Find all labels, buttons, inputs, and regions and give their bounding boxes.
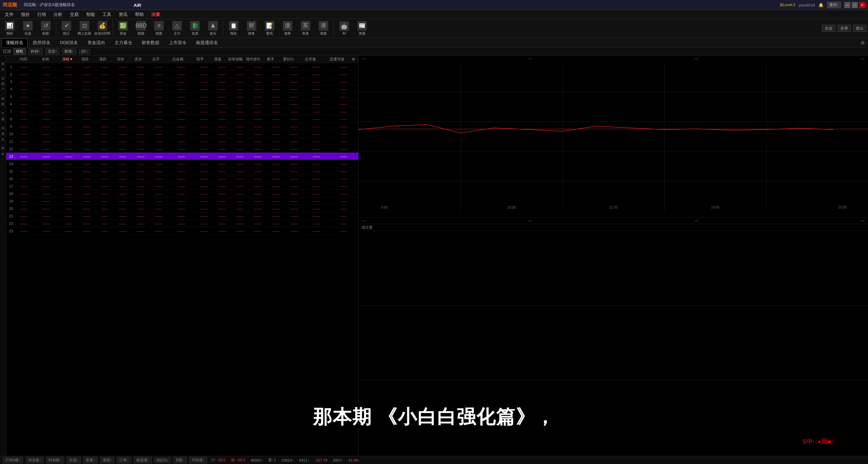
tb-trade[interactable]: ⊡ 网上交易 <box>76 20 93 37</box>
stock-row[interactable]: 23 —— —— —— —— —— —— —— —— —— —— —— —— —… <box>6 227 358 235</box>
col-speed[interactable]: 涨速 <box>209 57 226 62</box>
sidebar-icon-4[interactable]: 图 <box>0 77 6 83</box>
tab-dde-rank[interactable]: DDE排名 <box>56 38 82 47</box>
menu-quote[interactable]: 报价 <box>18 11 33 18</box>
stock-row[interactable]: 1 —— —— —— —— —— —— —— —— —— —— —— —— ——… <box>6 63 358 71</box>
col-buy[interactable]: 买价 <box>112 57 129 62</box>
sidebar-icon-7[interactable]: 图 <box>0 98 6 103</box>
col-diff[interactable]: 涨跌 <box>94 57 112 62</box>
multiscreen-button[interactable]: 多屏 <box>837 25 851 32</box>
stock-row[interactable]: 15 —— —— —— —— —— —— —— —— —— —— —— —— —… <box>6 168 358 175</box>
tb-bbd[interactable]: BBD 陆股 <box>133 20 150 37</box>
col-name[interactable]: 名称 <box>32 57 59 62</box>
tab-settings-icon[interactable]: ⚙ <box>859 39 867 47</box>
tb-capital[interactable]: 💹 资金 <box>115 20 132 37</box>
tab-rise-rank[interactable]: 涨幅排名 <box>1 38 28 47</box>
sidebar-icon-14[interactable]: 价 <box>0 147 6 153</box>
tab-capital-flow[interactable]: 资金流向 <box>83 38 110 47</box>
tb-report[interactable]: 📋 报告 <box>225 20 242 37</box>
menu-file[interactable]: 文件 <box>1 11 17 18</box>
menu-trade[interactable]: 交易 <box>66 11 82 18</box>
bottom-tab-xj[interactable]: 新基↑ <box>83 457 98 463</box>
stock-row[interactable]: 14 —— —— —— —— —— —— —— —— —— —— —— —— —… <box>6 160 358 168</box>
stock-row[interactable]: 11 —— —— —— —— —— —— —— —— —— —— —— —— —… <box>6 138 358 145</box>
sidebar-icon-12[interactable]: 次 <box>0 133 6 138</box>
filter-bj[interactable]: 北交↑ <box>45 48 60 55</box>
col-settings-icon[interactable]: ⊞ <box>350 57 357 61</box>
maximize-button[interactable]: □ <box>852 2 858 8</box>
filter-st[interactable]: ST↑ <box>79 49 91 54</box>
minimize-button[interactable]: ─ <box>844 2 850 8</box>
bottom-tab-cy[interactable]: 创业板↑ <box>26 457 44 463</box>
tb-entrust[interactable]: 📝 委托 <box>261 20 278 37</box>
tab-listing[interactable]: 上市室令 <box>164 38 191 47</box>
col-sell[interactable]: 卖价 <box>130 57 147 62</box>
sidebar-icon-13[interactable]: 换 <box>0 141 6 147</box>
sidebar-icon-8[interactable]: 个 <box>0 107 6 112</box>
tb-watchlist[interactable]: ★ 自选 <box>19 20 36 37</box>
close-button[interactable]: ✕ <box>859 2 865 8</box>
tb-lugu[interactable]: ≡ 陆股 <box>151 20 167 37</box>
col-change[interactable]: 涨幅▼ <box>59 57 76 62</box>
autoselect-button[interactable]: 自选 <box>822 25 835 32</box>
menu-analysis[interactable]: 分析 <box>50 11 66 18</box>
tb-longhead[interactable]: ♟ 龙头 <box>204 20 221 37</box>
stock-row[interactable]: 10 —— —— —— —— —— —— —— —— —— —— —— —— —… <box>6 130 358 138</box>
filter-newreport[interactable]: 新报↑ <box>62 48 76 55</box>
sidebar-icon-9[interactable]: 股 <box>0 112 6 118</box>
bottom-tab-order[interactable]: 订单↑ <box>117 457 131 463</box>
stock-row[interactable]: 2 —— —— —— —— —— —— —— —— —— —— —— —— ——… <box>6 71 358 78</box>
notify-icon[interactable]: 🔔 <box>818 3 824 7</box>
col-turnover[interactable]: 换手 <box>262 57 279 62</box>
tb-ai[interactable]: 🤖 AI <box>336 20 353 37</box>
stock-row[interactable]: 22 —— —— —— —— —— —— —— —— —— —— —— —— —… <box>6 220 358 227</box>
tab-main-heavy[interactable]: 主力暴仓 <box>110 38 137 47</box>
menu-decision[interactable]: 决策 <box>148 11 163 18</box>
tb-us[interactable]: 英 英美 <box>297 20 314 37</box>
sidebar-icon-5[interactable]: K <box>0 86 6 92</box>
stock-row[interactable]: 3 —— —— —— —— —— —— —— —— —— —— —— —— ——… <box>6 78 358 85</box>
filter-kchuang[interactable]: 科创↑ <box>28 48 43 55</box>
menu-info[interactable]: 资讯 <box>115 11 131 18</box>
highlighted-stock-row[interactable]: 13 —— —— —— —— —— —— —— —— —— —— —— —— —… <box>6 153 358 160</box>
bottom-tab-kzz[interactable]: 可转债↑ <box>189 457 207 463</box>
menu-tools[interactable]: 工具 <box>99 11 115 18</box>
col-vol[interactable]: 总手 <box>147 57 165 62</box>
col-ratio[interactable]: 委比% <box>280 57 297 62</box>
stock-row[interactable]: 4 —— —— —— —— —— —— —— —— —— —— —— —— ——… <box>6 85 358 93</box>
tab-fall-rank[interactable]: 跌停排名 <box>28 38 55 47</box>
bottom-tab-hk[interactable]: 港股↑ <box>100 457 115 463</box>
tb-fund[interactable]: 💰 自动/10/95 <box>94 20 111 37</box>
menu-ai[interactable]: 智能 <box>83 11 98 18</box>
tb-bond[interactable]: 债 债券 <box>279 20 296 37</box>
bottom-tab-kc[interactable]: 科创板↑ <box>46 457 64 463</box>
stock-row[interactable]: 16 —— —— —— —— —— —— —— —— —— —— —— —— —… <box>6 175 358 182</box>
stock-row[interactable]: 19 —— —— —— —— —— —— —— —— —— —— —— —— —… <box>6 197 358 205</box>
sidebar-icon-11[interactable]: 选 <box>0 127 6 132</box>
col-diffpct[interactable]: 现均差% <box>244 57 262 62</box>
bottom-tab-b[interactable]: B股↑ <box>174 457 186 463</box>
sidebar-icon-10[interactable]: 自 <box>0 121 6 127</box>
col-float[interactable]: 流通市值 <box>324 57 350 62</box>
col-code[interactable]: 代码 <box>15 57 32 62</box>
tb-main[interactable]: △ 主力 <box>169 20 185 37</box>
tb-refresh[interactable]: ↺ 刷新 <box>37 20 54 37</box>
tb-news[interactable]: 📰 美股 <box>354 20 371 37</box>
sidebar-icon-1[interactable]: 报 <box>0 57 6 62</box>
tb-dragon[interactable]: 🐉 龙虎 <box>186 20 203 37</box>
stock-row[interactable]: 9 —— —— —— —— —— —— —— —— —— —— —— —— ——… <box>6 123 358 130</box>
col-price[interactable]: 现价 <box>76 57 94 62</box>
tb-finance[interactable]: 财 财务 <box>243 20 260 37</box>
default-button[interactable]: 默认 <box>853 25 867 32</box>
menu-market[interactable]: 行情 <box>34 11 50 18</box>
stock-row[interactable]: 21 —— —— —— —— —— —— —— —— —— —— —— —— —… <box>6 212 358 220</box>
entrust-button[interactable]: 委托↑ <box>827 2 841 8</box>
stock-row[interactable]: 6 —— —— —— —— —— —— —— —— —— —— —— —— ——… <box>6 100 358 108</box>
bottom-tab-bg[interactable]: 板股通↑ <box>134 457 152 463</box>
tab-board-rank[interactable]: 板股通排名 <box>192 38 222 47</box>
col-amount[interactable]: 总金额 <box>165 57 191 62</box>
stock-row[interactable]: 7 —— —— —— —— —— —— —— —— —— —— —— —— ——… <box>6 108 358 115</box>
tb-correct[interactable]: ✔ 校正 <box>58 20 75 37</box>
sidebar-icon-15[interactable]: ↑ <box>0 156 6 161</box>
stock-row[interactable]: 5 —— —— —— —— —— —— —— —— —— —— —— —— ——… <box>6 93 358 100</box>
